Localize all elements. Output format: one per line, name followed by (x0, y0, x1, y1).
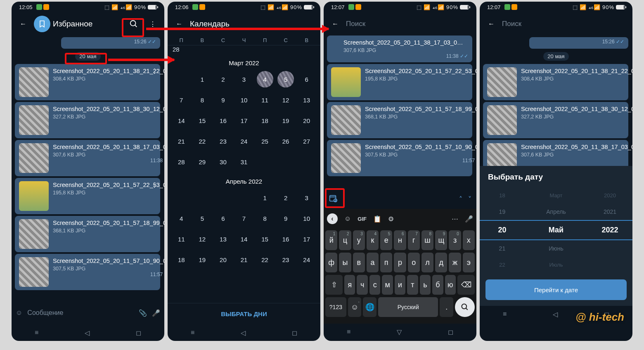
file-bubble[interactable]: Screenshot_2022_05_20_11_57_10_90_0…307,… (327, 140, 472, 176)
search-toolbar: ˄ ˅ (324, 189, 476, 209)
file-bubble[interactable]: Screenshot_2022_05_20_11_38_17_03_0…307,… (15, 140, 160, 176)
gif-icon[interactable]: GIF (358, 216, 367, 222)
recents-icon[interactable]: ≡ (35, 329, 38, 336)
key-ц[interactable]: ц2 (339, 230, 351, 250)
symbols-key[interactable]: ?123 (325, 297, 346, 317)
key-ы[interactable]: ы (339, 253, 351, 272)
key-з[interactable]: з0 (449, 230, 461, 250)
kbd-collapse-icon[interactable]: ‹ (327, 213, 338, 224)
back-arrow-icon[interactable]: ← (483, 16, 500, 32)
file-bubble[interactable]: Screenshot_2022_05_20_11_57_22_53_0…195,… (327, 64, 472, 100)
file-bubble[interactable]: Screenshot_2022_05_20_11_38_21_22_0…308,… (15, 64, 160, 100)
emoji-key[interactable]: ☺, (348, 297, 362, 317)
calendar-jump-icon[interactable] (329, 194, 338, 204)
key-о[interactable]: о (408, 253, 420, 272)
language-key[interactable]: 🌐 (363, 297, 376, 317)
key-у[interactable]: у3 (353, 230, 365, 250)
date-chip[interactable]: 20 мая (75, 52, 100, 61)
key-с[interactable]: с (369, 275, 380, 295)
key-м[interactable]: м (382, 275, 393, 295)
message-menu-icon[interactable]: ⋮ (151, 67, 158, 75)
key-э[interactable]: э (463, 253, 475, 272)
recents-icon[interactable]: ≡ (191, 329, 194, 336)
kbd-more-icon[interactable]: ⋯ (452, 215, 458, 223)
key-а[interactable]: а (367, 253, 379, 272)
search-input[interactable]: Поиск (502, 20, 629, 28)
back-arrow-icon[interactable]: ← (327, 16, 343, 32)
key-ж[interactable]: ж (449, 253, 461, 272)
key-ч[interactable]: ч (357, 275, 367, 295)
calendar-header: ← Календарь (168, 12, 320, 35)
key-т[interactable]: т (407, 275, 418, 295)
key-х[interactable]: х (463, 230, 475, 250)
key-ю[interactable]: ю (445, 275, 456, 295)
kbd-mic-icon[interactable]: 🎤 (465, 215, 473, 223)
file-bubble[interactable]: Screenshot_2022_05_20_11_38_30_12_0…327,… (15, 102, 160, 138)
back-icon[interactable]: ▽ (397, 328, 402, 336)
date-wheel[interactable]: 18Март2020 19Апрель2021 20Май2022 21Июнь… (480, 187, 632, 273)
key-ь[interactable]: ь (420, 275, 431, 295)
attach-icon[interactable]: 📎 (139, 309, 147, 317)
key-е[interactable]: е5 (380, 230, 392, 250)
result-down-icon[interactable]: ˅ (468, 195, 471, 203)
back-icon[interactable]: ◁ (241, 329, 246, 337)
calendar-grid-march[interactable]: 123 4 5 6 78910111213 14151617181920 212… (168, 70, 320, 171)
back-icon[interactable]: ◁ (553, 310, 558, 318)
file-bubble[interactable]: Screenshot_2022_05_20_11_38_17_03_0…307,… (327, 35, 472, 62)
key-к[interactable]: к4 (367, 230, 379, 250)
key-ф[interactable]: ф (325, 253, 337, 272)
file-bubble[interactable]: Screenshot_2022_05_20_11_57_22_53_0…195,… (15, 178, 160, 214)
shift-key[interactable]: ⇧ (325, 275, 343, 295)
file-bubble[interactable]: Screenshot_2022_05_20_11_38_17_03_0…307,… (483, 140, 628, 166)
key-я[interactable]: я (344, 275, 355, 295)
search-icon[interactable] (125, 16, 142, 32)
back-arrow-icon[interactable]: ← (15, 16, 31, 32)
message-input[interactable]: Сообщение (27, 309, 134, 317)
recents-icon[interactable]: ≡ (503, 310, 507, 318)
file-bubble[interactable]: Screenshot_2022_05_20_11_38_30_12_0…327,… (483, 102, 628, 138)
select-days-button[interactable]: ВЫБРАТЬ ДНИ (168, 303, 320, 324)
chat-title[interactable]: Избранное (53, 19, 123, 28)
home-icon[interactable]: ◻ (448, 328, 453, 336)
search-key[interactable] (455, 297, 475, 317)
key-п[interactable]: п (380, 253, 392, 272)
key-й[interactable]: й1 (325, 230, 337, 250)
file-bubble[interactable]: Screenshot_2022_05_20_11_57_10_90_0…307,… (15, 254, 160, 290)
back-icon[interactable]: ◁ (85, 329, 90, 337)
chat-header: ← Избранное ⋮ (12, 12, 164, 35)
key-в[interactable]: в (353, 253, 365, 272)
key-и[interactable]: и (395, 275, 405, 295)
keyboard[interactable]: й1ц2у3к4е5н6г7ш8щ9з0х фывапролджэ ⇧ ячсм… (324, 229, 476, 324)
settings-icon[interactable]: ⚙ (388, 215, 394, 223)
search-input[interactable]: Поиск (346, 20, 473, 28)
backspace-key[interactable]: ⌫ (457, 275, 475, 295)
result-up-icon[interactable]: ˄ (459, 195, 462, 203)
period-key[interactable]: . (440, 297, 453, 317)
message-menu-icon[interactable]: ⋮ (151, 181, 158, 189)
saved-messages-avatar[interactable] (34, 16, 50, 32)
key-р[interactable]: р (394, 253, 406, 272)
mic-icon[interactable]: 🎤 (152, 309, 160, 317)
emoji-icon[interactable]: ☺ (16, 309, 22, 317)
key-н[interactable]: н6 (394, 230, 406, 250)
calendar-grid-april[interactable]: 123 45678910 11121314151617 181920212223… (168, 188, 320, 269)
key-б[interactable]: б (432, 275, 443, 295)
search-header: ← Поиск (480, 12, 632, 35)
home-icon[interactable]: ◻ (292, 329, 297, 337)
key-щ[interactable]: щ9 (435, 230, 447, 250)
key-л[interactable]: л (421, 253, 433, 272)
file-bubble[interactable]: Screenshot_2022_05_20_11_38_21_22_0…308,… (483, 64, 628, 100)
home-icon[interactable]: ◻ (136, 329, 141, 337)
key-ш[interactable]: ш8 (421, 230, 433, 250)
space-key[interactable]: Русский (378, 297, 438, 317)
key-д[interactable]: д (435, 253, 447, 272)
file-bubble[interactable]: Screenshot_2022_05_20_11_57_18_99_0…368,… (15, 216, 160, 252)
file-bubble[interactable]: Screenshot_2022_05_20_11_57_18_99_0…368,… (327, 102, 472, 138)
go-to-date-button[interactable]: Перейти к дате (485, 279, 627, 300)
sticker-icon[interactable]: ☺ (344, 215, 351, 222)
key-г[interactable]: г7 (408, 230, 420, 250)
clipboard-icon[interactable]: 📋 (373, 215, 381, 223)
recents-icon[interactable]: ≡ (347, 328, 350, 336)
date-chip[interactable]: 20 мая (543, 52, 568, 61)
chat-body[interactable]: 15:26 ✓✓ 20 мая Screenshot_2022_05_20_11… (12, 35, 164, 301)
